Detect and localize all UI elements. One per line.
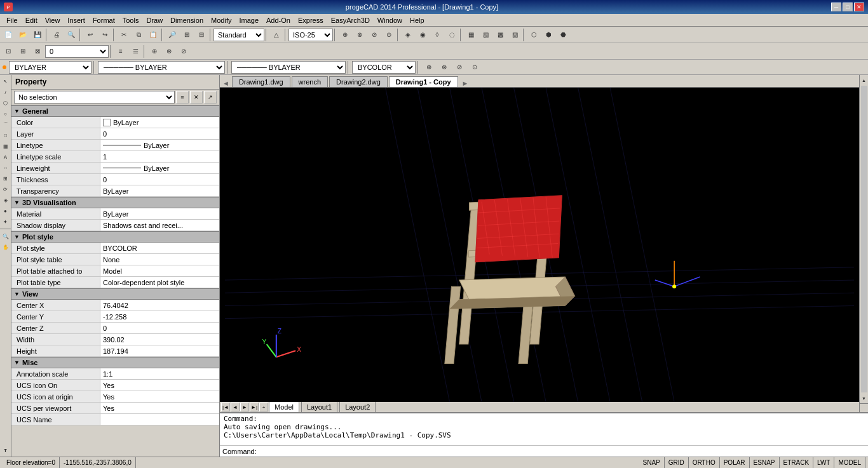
command-input[interactable] [259,447,865,455]
scroll-down-btn[interactable]: ▼ [860,393,868,403]
thickness-value[interactable]: 0 [100,174,219,185]
draw-poly[interactable]: ⬡ [1,98,11,108]
section-view[interactable]: ▼ View [11,288,219,300]
tab-drawing1[interactable]: Drawing1.dwg [232,76,290,87]
layout-tab-2[interactable]: Layout2 [339,401,376,412]
ucson-value[interactable]: Yes [100,380,219,391]
ltscale-value[interactable]: 1 [100,151,219,162]
width-value[interactable]: 390.02 [100,334,219,345]
menu-window[interactable]: Window [374,15,406,25]
grid-status[interactable]: GRID [665,457,689,468]
menu-tools[interactable]: Tools [119,15,143,25]
draw-rect[interactable]: □ [1,130,11,140]
layout-tab-1[interactable]: Layout1 [301,401,337,412]
etrack-status[interactable]: ETRACK [780,457,814,468]
cut-button[interactable]: ✂ [117,28,131,42]
tb-btn-14[interactable]: ⬢ [541,28,555,42]
snap-status[interactable]: SNAP [639,457,665,468]
menu-addon[interactable]: Add-On [262,15,294,25]
ptt-value[interactable]: Color-dependent plot style [100,277,219,288]
ucsorig-value[interactable]: Yes [100,391,219,402]
layout-nav-first[interactable]: |◄ [221,403,230,411]
color-value[interactable]: ByLayer [100,117,219,128]
cx-value[interactable]: 76.4042 [100,300,219,311]
shadow-value[interactable]: Shadows cast and recei... [100,220,219,231]
lwt-status[interactable]: LWT [813,457,834,468]
tab-wrench[interactable]: wrench [292,76,328,87]
tb-btn-15[interactable]: ⬣ [556,28,570,42]
tb-btn-4[interactable]: ⊙ [382,28,396,42]
tab-next-btn[interactable]: ► [462,79,469,87]
snap2-btn[interactable]: ⊞ [16,44,30,58]
section-3dvis[interactable]: ▼ 3D Visualisation [11,197,219,208]
layer-btn2[interactable]: ☰ [128,44,142,58]
section-misc[interactable]: ▼ Misc [11,357,219,368]
view-3d-button[interactable]: △ [269,28,283,42]
esnap-status[interactable]: ESNAP [750,457,780,468]
tb-btn-11[interactable]: ▩ [493,28,507,42]
zoom-all-button[interactable]: ⊞ [180,28,194,42]
layout-nav-next[interactable]: ► [240,403,249,411]
layout-nav-prev[interactable]: ◄ [231,403,240,411]
tb-btn-3[interactable]: ⊘ [367,28,381,42]
layer-props-btn1[interactable]: ⊕ [422,60,436,74]
ann-value[interactable]: 1:1 [100,368,219,379]
copy-button[interactable]: ⧉ [132,28,146,42]
draw-arc[interactable]: ⌒ [1,119,11,130]
visual-style-select[interactable]: Standard [214,29,264,41]
new-button[interactable]: 📄 [1,28,15,42]
snap-tool[interactable]: ✦ [1,217,11,227]
tb-btn-2[interactable]: ⊗ [353,28,367,42]
pan-tool[interactable]: ✋ [1,242,11,252]
render-tool[interactable]: ● [1,206,11,216]
hatch-tool[interactable]: ▦ [1,141,11,151]
select-tool[interactable]: ↖ [1,76,11,86]
transparency-value[interactable]: ByLayer [100,185,219,196]
tb-btn-8[interactable]: ◌ [445,28,459,42]
prop-clear-btn[interactable]: ✕ [190,91,203,104]
layer-props-btn2[interactable]: ⊗ [437,60,451,74]
tb-btn-9[interactable]: ▦ [464,28,478,42]
tab-prev-btn[interactable]: ◄ [222,79,229,87]
layer-props-btn4[interactable]: ⊙ [468,60,482,74]
menu-edit[interactable]: Edit [22,15,41,25]
block-tool[interactable]: ⊞ [1,173,11,184]
minimize-button[interactable]: ─ [831,3,841,11]
tb-btn-1[interactable]: ⊕ [338,28,352,42]
pst-value[interactable]: None [100,254,219,265]
selection-dropdown[interactable]: No selection [14,91,175,104]
draw-line[interactable]: / [1,87,11,97]
plotstyle-select[interactable]: BYCOLOR [352,61,416,74]
layer-mgr-btn[interactable]: ≡ [114,44,128,58]
tb-btn-7[interactable]: ◊ [430,28,444,42]
right-scrollbar[interactable]: ▲ ▼ [859,75,868,412]
prop-filter-btn[interactable]: ≡ [176,91,189,104]
menu-express[interactable]: Express [294,15,327,25]
menu-file[interactable]: File [3,15,22,25]
zoom-window-button[interactable]: 🔎 [165,28,179,42]
layout-tab-model[interactable]: Model [269,401,299,412]
misc-btn1[interactable]: ⊕ [147,44,161,58]
layout-add-btn[interactable]: + [259,403,268,411]
linetype-value[interactable]: ByLayer [100,140,219,150]
dim-tool[interactable]: ↔ [1,163,11,173]
ortho-status[interactable]: ORTHO [689,457,720,468]
cz-value[interactable]: 0 [100,323,219,333]
scroll-up-btn[interactable]: ▲ [860,75,868,85]
print-preview-button[interactable]: 🔍 [64,28,78,42]
linetype-select[interactable]: ────── BYLAYER [98,61,225,74]
tb-btn-13[interactable]: ⬡ [527,28,541,42]
paste-button[interactable]: 📋 [146,28,160,42]
print-button[interactable]: 🖨 [50,28,64,42]
layout-nav-last[interactable]: ►| [250,403,259,411]
menu-image[interactable]: Image [235,15,262,25]
prop-pick-btn[interactable]: ↗ [204,91,217,104]
ps-value[interactable]: BYCOLOR [100,243,219,253]
menu-modify[interactable]: Modify [207,15,235,25]
lineweight-value[interactable]: ByLayer [100,163,219,173]
material-value[interactable]: ByLayer [100,208,219,219]
canvas-area[interactable]: X Y Z [220,88,859,402]
layer-props-btn3[interactable]: ⊘ [452,60,466,74]
menu-easyarch[interactable]: EasyArch3D [327,15,374,25]
layer-value[interactable]: 0 [100,128,219,139]
